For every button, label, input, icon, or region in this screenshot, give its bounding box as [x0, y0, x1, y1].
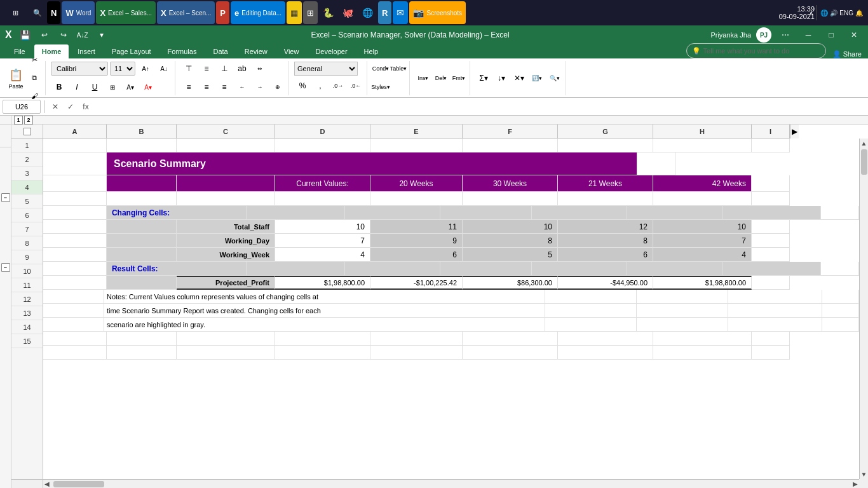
cell-c9[interactable] — [247, 262, 345, 276]
cell-f13[interactable] — [545, 318, 637, 332]
cell-g8[interactable]: 6 — [558, 248, 653, 262]
underline-button[interactable]: U — [86, 79, 103, 95]
tab-help[interactable]: Help — [356, 44, 386, 58]
confirm-formula-button[interactable]: ✓ — [64, 100, 77, 113]
taskbar-excel2[interactable]: X Excel – Scen... — [157, 1, 215, 24]
cell-h15[interactable] — [653, 346, 752, 360]
row-num-14[interactable]: 14 — [11, 320, 43, 334]
increase-decimal-button[interactable]: .0→ — [330, 78, 346, 94]
col-header-g[interactable]: G — [558, 125, 653, 139]
row-num-8[interactable]: 8 — [11, 236, 43, 250]
tab-formulas[interactable]: Formulas — [160, 44, 205, 58]
row-num-15[interactable]: 15 — [11, 334, 43, 348]
delete-cell-button[interactable]: Del▾ — [433, 70, 449, 86]
tab-view[interactable]: View — [276, 44, 307, 58]
cell-a5[interactable] — [43, 206, 107, 220]
cell-f5[interactable] — [532, 206, 627, 220]
cell-a13[interactable] — [43, 318, 104, 332]
cell-a8[interactable] — [43, 248, 107, 262]
bottom-align-button[interactable]: ⊥ — [216, 60, 233, 77]
cell-styles-button[interactable]: Styles▾ — [372, 79, 389, 95]
cell-reference-input[interactable] — [3, 100, 41, 114]
cell-g6[interactable]: 12 — [558, 220, 653, 234]
tab-page-layout[interactable]: Page Layout — [104, 44, 159, 58]
top-align-button[interactable]: ⊤ — [180, 60, 197, 77]
row-num-7[interactable]: 7 — [11, 222, 43, 236]
bold-button[interactable]: B — [51, 79, 67, 95]
cell-e14[interactable] — [370, 332, 463, 346]
font-color-button[interactable]: A▾ — [140, 79, 156, 95]
cell-g4[interactable] — [558, 192, 653, 206]
redo-button[interactable]: ↪ — [55, 27, 72, 43]
font-select[interactable]: Calibri — [51, 62, 108, 76]
cell-f1[interactable] — [463, 139, 558, 152]
cell-a14[interactable] — [43, 332, 107, 346]
italic-button[interactable]: I — [69, 79, 85, 95]
cell-a15[interactable] — [43, 346, 107, 360]
horizontal-scrollbar[interactable]: ◀ ▶ — [43, 479, 859, 488]
cell-g14[interactable] — [558, 332, 653, 346]
cell-f4[interactable] — [463, 192, 558, 206]
left-align-button[interactable]: ≡ — [180, 79, 197, 95]
tray-expand[interactable]: ∧ — [809, 10, 813, 17]
insert-cell-button[interactable]: Ins▾ — [415, 70, 431, 86]
format-table-button[interactable]: Table▾ — [390, 60, 407, 77]
sort-button[interactable]: A↓Z — [74, 27, 91, 43]
taskbar-github[interactable]: 🐙 — [339, 1, 357, 24]
increase-font-button[interactable]: A↑ — [137, 60, 154, 77]
minimize-button[interactable]: ─ — [799, 26, 817, 44]
cell-g5[interactable] — [627, 206, 722, 220]
ribbon-collapse-button[interactable]: ⋯ — [776, 26, 794, 44]
cell-i8[interactable] — [752, 248, 790, 262]
cell-i4[interactable] — [752, 192, 790, 206]
cancel-formula-button[interactable]: ✕ — [49, 100, 62, 113]
cell-h5[interactable] — [722, 206, 821, 220]
cell-i1[interactable] — [752, 139, 790, 152]
cell-a2[interactable] — [43, 152, 107, 175]
tab-review[interactable]: Review — [237, 44, 275, 58]
cell-g7[interactable]: 8 — [558, 234, 653, 248]
cell-g11[interactable] — [637, 290, 728, 304]
taskbar-r[interactable]: R — [378, 1, 391, 24]
cell-d9[interactable] — [345, 262, 440, 276]
cell-e7[interactable]: 9 — [370, 234, 463, 248]
scroll-right-btn2[interactable]: ▶ — [851, 480, 859, 487]
cell-a11[interactable] — [43, 290, 104, 304]
row-num-9[interactable]: 9 — [11, 250, 43, 264]
col-header-i[interactable]: I — [752, 125, 790, 139]
cell-c14[interactable] — [177, 332, 275, 346]
taskbar-app7[interactable]: ⊞ — [303, 1, 318, 24]
cell-c7-label[interactable]: Working_Day — [177, 234, 275, 248]
row-num-3[interactable]: 3 — [11, 166, 43, 180]
orientation-button[interactable]: ab — [234, 60, 250, 77]
row-num-12[interactable]: 12 — [11, 292, 43, 306]
middle-align-button[interactable]: ≡ — [198, 60, 215, 77]
cell-e5[interactable] — [440, 206, 532, 220]
cell-f11[interactable] — [545, 290, 637, 304]
cell-i15[interactable] — [752, 346, 790, 360]
taskbar-mail[interactable]: ✉ — [393, 1, 408, 24]
start-button[interactable]: ⊞ — [3, 1, 28, 24]
increase-indent-button[interactable]: → — [252, 79, 268, 95]
scroll-thumb-h[interactable] — [53, 481, 104, 487]
cell-g12[interactable] — [637, 304, 728, 318]
wrap-text-button[interactable]: ⇔ — [252, 60, 268, 77]
cell-i13[interactable] — [822, 318, 859, 332]
cut-button[interactable]: ✂ — [26, 52, 43, 69]
cell-d3[interactable]: Current Values: — [275, 175, 370, 192]
tell-me-input[interactable]: 💡 Tell me what you want to do — [686, 43, 826, 58]
cell-e4[interactable] — [370, 192, 463, 206]
cell-b10[interactable] — [107, 276, 177, 290]
cell-c6-label[interactable]: Total_Staff — [177, 220, 275, 234]
cell-i3[interactable] — [752, 175, 790, 192]
decrease-decimal-button[interactable]: .0← — [348, 78, 364, 94]
row-num-13[interactable]: 13 — [11, 306, 43, 320]
row-num-1[interactable]: 1 — [11, 139, 43, 152]
cell-a6[interactable] — [43, 220, 107, 234]
cell-a4[interactable] — [43, 192, 107, 206]
scroll-down-button[interactable]: ▼ — [861, 471, 867, 478]
cell-h12[interactable] — [728, 304, 823, 318]
cell-c5[interactable] — [247, 206, 345, 220]
tab-developer[interactable]: Developer — [308, 44, 355, 58]
row-num-4[interactable]: 4 — [11, 180, 43, 194]
